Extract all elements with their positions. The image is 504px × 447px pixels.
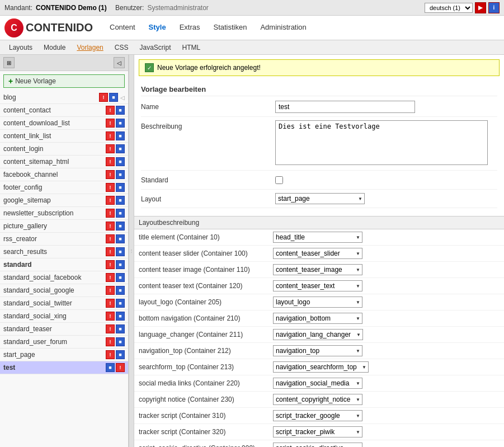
- delete-button[interactable]: !: [106, 337, 115, 346]
- delete-button[interactable]: !: [106, 144, 115, 153]
- nav-statistiken[interactable]: Statistiken: [208, 21, 252, 35]
- edit-button[interactable]: ■: [109, 93, 118, 102]
- edit-button[interactable]: ■: [116, 157, 125, 166]
- edit-button[interactable]: ■: [116, 260, 125, 269]
- delete-button[interactable]: !: [106, 324, 115, 333]
- edit-button[interactable]: ■: [116, 337, 125, 346]
- list-item[interactable]: content_contact ! ■: [0, 104, 128, 117]
- flag-icon[interactable]: ▶: [475, 2, 486, 13]
- edit-button[interactable]: ■: [116, 119, 125, 128]
- edit-button[interactable]: ■: [116, 234, 125, 243]
- subnav-html[interactable]: HTML: [177, 43, 205, 53]
- delete-button[interactable]: !: [106, 350, 115, 359]
- edit-button[interactable]: ■: [116, 131, 125, 140]
- list-item[interactable]: standard ! ■: [0, 258, 128, 271]
- subnav-css[interactable]: CSS: [110, 43, 133, 53]
- delete-button[interactable]: !: [106, 170, 115, 179]
- list-item[interactable]: content_download_list ! ■: [0, 117, 128, 130]
- sidebar-collapse[interactable]: ◁: [114, 57, 125, 68]
- info-icon[interactable]: i: [488, 2, 500, 13]
- list-item[interactable]: start_page ! ■: [0, 349, 128, 361]
- list-item[interactable]: content_sitemap_html ! ■: [0, 156, 128, 168]
- layout-select[interactable]: start_page: [275, 193, 365, 204]
- container-select[interactable]: content_teaser_image: [273, 264, 362, 275]
- container-select[interactable]: head_title: [273, 232, 362, 243]
- delete-button[interactable]: !: [106, 234, 115, 243]
- delete-button[interactable]: !: [106, 106, 115, 115]
- delete-button[interactable]: !: [106, 312, 115, 321]
- edit-button[interactable]: ■: [116, 286, 125, 295]
- list-item[interactable]: blog ! ■ ◁: [0, 91, 128, 104]
- nav-extras[interactable]: Extras: [174, 21, 206, 35]
- new-vorlage-button[interactable]: + Neue Vorlage: [3, 74, 125, 88]
- container-select[interactable]: layout_logo: [273, 297, 362, 308]
- edit-button[interactable]: ■: [106, 363, 115, 372]
- delete-button[interactable]: !: [106, 196, 115, 205]
- edit-button[interactable]: ■: [116, 350, 125, 359]
- list-item[interactable]: picture_gallery ! ■: [0, 220, 128, 233]
- list-item[interactable]: search_results ! ■: [0, 246, 128, 258]
- edit-button[interactable]: ■: [116, 247, 125, 256]
- subnav-layouts[interactable]: Layouts: [4, 43, 37, 53]
- container-select[interactable]: navigation_lang_changer: [273, 329, 363, 340]
- list-item[interactable]: standard_social_facebook ! ■: [0, 271, 128, 284]
- delete-button[interactable]: !: [106, 157, 115, 166]
- container-select[interactable]: script_tracker_piwik: [273, 426, 362, 437]
- container-select[interactable]: navigation_searchform_top: [273, 361, 369, 373]
- list-item[interactable]: facebook_channel ! ■: [0, 168, 128, 181]
- language-select[interactable]: deutsch (1): [425, 3, 473, 13]
- edit-button[interactable]: ■: [116, 196, 125, 205]
- list-item[interactable]: footer_config ! ■: [0, 181, 128, 194]
- delete-button[interactable]: !: [106, 131, 115, 140]
- delete-button[interactable]: !: [106, 286, 115, 295]
- list-item[interactable]: content_link_list ! ■: [0, 130, 128, 143]
- edit-button[interactable]: ■: [116, 222, 125, 230]
- delete-button[interactable]: !: [106, 209, 115, 218]
- container-select[interactable]: navigation_bottom: [273, 313, 362, 324]
- edit-button[interactable]: ■: [116, 299, 125, 308]
- list-item[interactable]: google_sitemap ! ■: [0, 194, 128, 207]
- edit-button[interactable]: ■: [116, 183, 125, 192]
- delete-button[interactable]: !: [106, 119, 115, 128]
- edit-button[interactable]: ■: [116, 209, 125, 218]
- list-item[interactable]: newsletter_subscription ! ■: [0, 207, 128, 220]
- sidebar-icon[interactable]: ⊞: [3, 57, 15, 68]
- nav-content[interactable]: Content: [104, 21, 141, 35]
- delete-button[interactable]: !: [99, 93, 108, 102]
- resize-handle[interactable]: ⋮: [129, 55, 134, 447]
- edit-button[interactable]: ■: [116, 312, 125, 321]
- container-select[interactable]: script_cookie_directive: [273, 443, 362, 447]
- desc-textarea[interactable]: Dies ist eine Testvorlage: [275, 120, 488, 165]
- container-select[interactable]: content_copyright_notice: [273, 394, 362, 405]
- delete-button[interactable]: !: [106, 222, 115, 230]
- standard-checkbox[interactable]: [275, 176, 283, 184]
- delete-button[interactable]: !: [106, 183, 115, 192]
- edit-button[interactable]: ■: [116, 106, 125, 115]
- nav-style[interactable]: Style: [143, 21, 172, 35]
- container-select[interactable]: navigation_top: [273, 345, 362, 356]
- container-select[interactable]: script_tracker_google: [273, 410, 362, 421]
- edit-button[interactable]: ■: [116, 170, 125, 179]
- subnav-javascript[interactable]: JavaScript: [135, 43, 175, 53]
- container-select[interactable]: content_teaser_text: [273, 280, 362, 291]
- delete-button[interactable]: !: [106, 299, 115, 308]
- list-item[interactable]: content_login ! ■: [0, 143, 128, 156]
- list-item[interactable]: standard_social_xing ! ■: [0, 310, 128, 323]
- delete-button[interactable]: !: [116, 363, 125, 372]
- list-item[interactable]: rss_creator ! ■: [0, 233, 128, 246]
- list-item[interactable]: standard_social_twitter ! ■: [0, 297, 128, 310]
- list-item[interactable]: standard_user_forum ! ■: [0, 336, 128, 349]
- edit-button[interactable]: ■: [116, 273, 125, 282]
- list-item[interactable]: standard_social_google ! ■: [0, 284, 128, 297]
- edit-button[interactable]: ■: [116, 144, 125, 153]
- subnav-vorlagen[interactable]: Vorlagen: [72, 43, 107, 53]
- name-input[interactable]: [275, 101, 415, 113]
- delete-button[interactable]: !: [106, 260, 115, 269]
- container-select[interactable]: navigation_social_media: [273, 378, 362, 389]
- delete-button[interactable]: !: [106, 247, 115, 256]
- edit-button[interactable]: ■: [116, 324, 125, 333]
- nav-administration[interactable]: Administration: [255, 21, 312, 35]
- subnav-module[interactable]: Module: [39, 43, 70, 53]
- list-item[interactable]: standard_teaser ! ■: [0, 323, 128, 336]
- container-select[interactable]: content_teaser_slider: [273, 248, 362, 259]
